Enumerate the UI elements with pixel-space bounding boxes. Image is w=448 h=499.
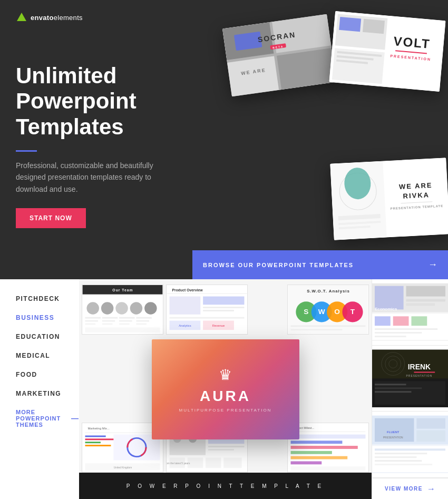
hero-divider <box>16 150 37 152</box>
svg-rect-152 <box>375 464 432 465</box>
svg-rect-81 <box>85 433 160 433</box>
hero-description: Professional, customizable and beautiful… <box>16 160 184 195</box>
svg-text:RIVKA: RIVKA <box>403 191 430 200</box>
svg-text:IRENK: IRENK <box>408 363 431 371</box>
more-powerpoint-themes-link[interactable]: MORE POWERPOINT THEMES — <box>16 409 79 428</box>
svg-rect-52 <box>119 323 130 325</box>
svg-rect-54 <box>85 327 160 332</box>
svg-rect-4 <box>227 56 279 96</box>
aura-crown-icon: ♛ <box>219 366 232 384</box>
svg-rect-110 <box>291 446 358 449</box>
svg-rect-151 <box>375 460 422 462</box>
svg-rect-78 <box>291 329 343 330</box>
ppt-bottom-text: P O W E R P O I N T T E M P L A T E <box>126 483 324 489</box>
nav-item-marketing[interactable]: MARKETING <box>16 390 79 397</box>
irenk-thumb-inner: IRENK PRESENTATION <box>372 346 448 412</box>
svg-rect-136 <box>375 384 406 385</box>
view-more-bar[interactable]: VIEW MORE → <box>372 478 448 499</box>
svg-rect-150 <box>375 457 416 458</box>
svg-rect-58 <box>170 297 201 315</box>
svg-rect-44 <box>119 317 134 319</box>
svg-rect-50 <box>85 323 96 325</box>
svg-text:Marketing Mix...: Marketing Mix... <box>87 427 110 430</box>
svg-rect-46 <box>85 320 98 322</box>
slide-thumb-swot: S.W.O.T. Analysis S W O T <box>287 285 369 335</box>
aura-subtitle: Multipurpose Presentation <box>179 408 272 413</box>
svg-text:S.W.O.T. Analysis: S.W.O.T. Analysis <box>307 289 350 293</box>
envato-logo-icon <box>16 12 27 23</box>
svg-rect-97 <box>208 449 234 451</box>
svg-rect-48 <box>119 320 132 322</box>
bottom-section: PITCHDECK BUSINESS EDUCATION MEDICAL FOO… <box>0 279 448 499</box>
svg-rect-53 <box>136 323 147 325</box>
svg-rect-107 <box>291 432 366 432</box>
svg-rect-85 <box>85 445 111 446</box>
svg-text:S: S <box>304 308 308 316</box>
svg-rect-113 <box>291 461 322 464</box>
svg-point-37 <box>86 302 99 314</box>
svg-rect-57 <box>167 293 247 294</box>
svg-text:W: W <box>318 308 325 316</box>
more-arrow-icon: — <box>71 414 79 423</box>
svg-text:Economics: Economics <box>375 307 397 311</box>
svg-rect-146 <box>416 430 445 442</box>
svg-rect-140 <box>414 371 435 373</box>
svg-rect-60 <box>203 307 244 308</box>
powerpoint-template-bar: P O W E R P O I N T T E M P L A T E <box>79 473 372 499</box>
view-more-text: VIEW MORE <box>385 486 423 492</box>
slide-thumb-top-left: Our Team <box>82 285 163 335</box>
svg-rect-127 <box>375 336 406 337</box>
svg-rect-77 <box>291 325 366 327</box>
nav-item-pitchdeck[interactable]: PITCHDECK <box>16 295 79 302</box>
mockup-volt: VOLT PRESENTATION <box>329 11 446 92</box>
svg-point-40 <box>130 302 142 314</box>
nav-item-education[interactable]: EDUCATION <box>16 333 79 340</box>
aura-featured-slide[interactable]: ♛ AURA Multipurpose Presentation <box>152 339 299 439</box>
nav-item-food[interactable]: FOOD <box>16 371 79 378</box>
svg-text:Analytics: Analytics <box>179 324 191 327</box>
left-nav: PITCHDECK BUSINESS EDUCATION MEDICAL FOO… <box>0 279 79 499</box>
hero-section: envatoelements Unlimited Powerpoint Temp… <box>0 0 448 279</box>
slide-thumb-project: Project Milest... <box>287 423 369 473</box>
irenk-thumb[interactable]: IRENK PRESENTATION <box>372 346 448 412</box>
svg-rect-19 <box>363 19 385 34</box>
nav-item-medical[interactable]: MEDICAL <box>16 352 79 359</box>
svg-rect-124 <box>411 316 427 326</box>
svg-rect-18 <box>339 17 361 32</box>
svg-point-41 <box>144 302 157 314</box>
svg-rect-126 <box>375 332 422 334</box>
svg-point-38 <box>101 302 113 314</box>
svg-rect-100 <box>206 458 221 468</box>
svg-rect-84 <box>85 442 101 443</box>
browse-bar[interactable]: BROWSE OUR POWERPOINT TEMPLATES → <box>192 250 448 279</box>
svg-rect-112 <box>291 456 348 459</box>
logo-text: envatoelements <box>31 14 83 22</box>
mockup-rivka: WE ARE RIVKA PRESENTATION TEMPLATE <box>330 158 448 240</box>
svg-rect-51 <box>102 323 113 325</box>
svg-rect-149 <box>375 453 427 455</box>
svg-rect-61 <box>203 310 234 311</box>
svg-rect-43 <box>102 317 118 319</box>
right-panel: Economics IRENK <box>372 279 448 499</box>
svg-rect-109 <box>291 441 343 444</box>
svg-text:PRESENTATION: PRESENTATION <box>406 375 433 377</box>
logo-area: envatoelements <box>16 12 83 23</box>
nav-item-business[interactable]: BUSINESS <box>16 314 79 321</box>
aura-title: AURA <box>200 388 251 405</box>
browse-label: BROWSE OUR POWERPOINT TEMPLATES <box>203 262 428 268</box>
svg-rect-145 <box>416 418 445 429</box>
fluent-presentation-thumb[interactable]: FLUENT PRESENTATION <box>372 412 448 478</box>
svg-rect-111 <box>291 451 332 454</box>
svg-rect-148 <box>375 449 445 451</box>
svg-rect-49 <box>136 320 149 322</box>
svg-rect-59 <box>203 297 244 305</box>
start-now-button[interactable]: START NOW <box>16 208 86 228</box>
svg-rect-82 <box>85 435 106 437</box>
economics-thumb[interactable]: Economics <box>372 279 448 346</box>
svg-rect-122 <box>375 316 391 326</box>
svg-point-39 <box>115 302 128 314</box>
svg-rect-125 <box>375 328 437 330</box>
svg-marker-0 <box>17 13 26 21</box>
svg-text:from the latest 5 years: from the latest 5 years <box>167 462 190 465</box>
center-template-area: Our Team <box>79 279 372 499</box>
